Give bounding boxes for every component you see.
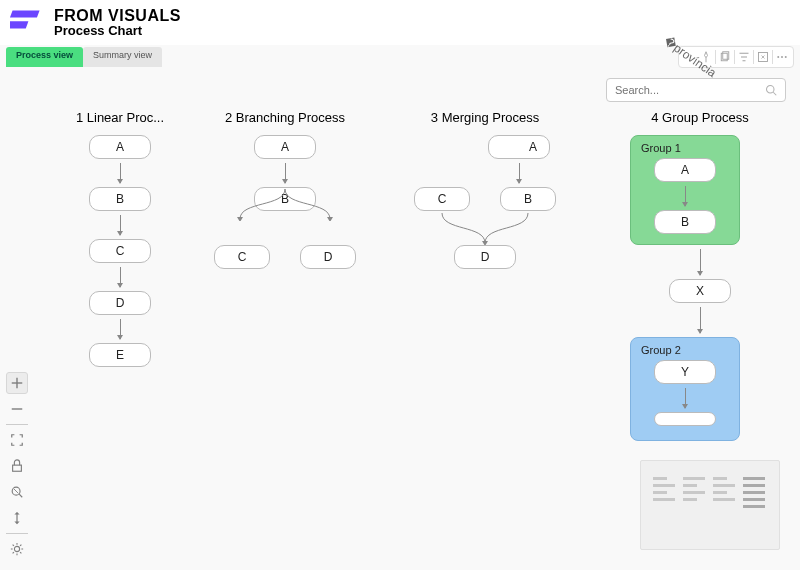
side-tool-palette: [6, 372, 28, 560]
node[interactable]: A: [89, 135, 151, 159]
group-label: Group 1: [641, 142, 729, 154]
zoom-in-tool[interactable]: [6, 372, 28, 394]
svg-point-6: [781, 56, 783, 58]
svg-point-23: [14, 546, 19, 551]
search-icon: [765, 84, 777, 96]
search-input[interactable]: [615, 84, 765, 96]
minimap-content: [641, 461, 779, 524]
node[interactable]: B: [500, 187, 556, 211]
tab-summary-view[interactable]: Summary view: [83, 47, 162, 67]
svg-line-9: [773, 92, 776, 95]
svg-point-7: [785, 56, 787, 58]
node[interactable]: D: [89, 291, 151, 315]
tab-process-view[interactable]: Process view: [6, 47, 83, 67]
node[interactable]: C: [89, 239, 151, 263]
arrow-down-icon: [700, 249, 701, 275]
node[interactable]: Y: [654, 360, 716, 384]
filter-icon[interactable]: [737, 50, 751, 64]
column-linear: 1 Linear Proc... A B C D E: [60, 110, 180, 367]
node[interactable]: A: [254, 135, 316, 159]
fit-height-tool[interactable]: [6, 507, 28, 529]
node[interactable]: [654, 412, 716, 426]
group-box-1[interactable]: Group 1 A B: [630, 135, 740, 245]
arrow-down-icon: [120, 319, 121, 339]
pin-icon[interactable]: �província: [680, 47, 699, 66]
page-title: Process Chart: [54, 23, 181, 38]
diagram-canvas[interactable]: 1 Linear Proc... A B C D E 2 Branching P…: [0, 110, 800, 570]
node[interactable]: A: [654, 158, 716, 182]
svg-rect-16: [13, 465, 22, 471]
svg-point-5: [777, 56, 779, 58]
arrow-down-icon: [519, 163, 520, 183]
reset-zoom-tool[interactable]: [6, 481, 28, 503]
node[interactable]: D: [454, 245, 516, 269]
copy-icon[interactable]: [718, 50, 732, 64]
svg-point-8: [767, 86, 775, 94]
node[interactable]: C: [414, 187, 470, 211]
more-icon[interactable]: [775, 50, 789, 64]
arrow-down-icon: [685, 186, 686, 206]
node[interactable]: B: [654, 210, 716, 234]
arrow-down-icon: [685, 388, 686, 408]
brand-logo-icon: [10, 5, 46, 41]
zoom-out-tool[interactable]: [6, 398, 28, 420]
svg-line-30: [13, 552, 14, 553]
arrow-down-icon: [120, 215, 121, 235]
arrow-down-icon: [700, 307, 701, 333]
svg-line-18: [19, 494, 22, 497]
svg-rect-1: [10, 21, 28, 28]
pin-icon[interactable]: [699, 50, 713, 64]
column-title: 4 Group Process: [630, 110, 770, 125]
expand-icon[interactable]: [756, 50, 770, 64]
fit-screen-tool[interactable]: [6, 429, 28, 451]
group-label: Group 2: [641, 344, 729, 356]
top-toolbar: �província: [678, 46, 794, 68]
svg-line-29: [20, 552, 21, 553]
column-merging: 3 Merging Process A C B D: [400, 110, 570, 269]
column-title: 1 Linear Proc...: [60, 110, 180, 125]
svg-line-19: [14, 489, 18, 493]
svg-rect-0: [10, 10, 40, 17]
column-group: 4 Group Process Group 1 A B X Group 2 Y: [630, 110, 770, 441]
node[interactable]: A: [488, 135, 550, 159]
node[interactable]: X: [669, 279, 731, 303]
svg-marker-22: [14, 522, 19, 525]
node[interactable]: D: [300, 245, 356, 269]
search-bar[interactable]: [606, 78, 786, 102]
minimap[interactable]: [640, 460, 780, 550]
column-branching: 2 Branching Process A B C D: [200, 110, 370, 269]
group-box-2[interactable]: Group 2 Y: [630, 337, 740, 441]
column-title: 2 Branching Process: [200, 110, 370, 125]
brightness-tool[interactable]: [6, 538, 28, 560]
column-title: 3 Merging Process: [400, 110, 570, 125]
node[interactable]: E: [89, 343, 151, 367]
app-header: FROM VISUALS Process Chart: [0, 0, 800, 45]
svg-marker-21: [14, 512, 19, 515]
node[interactable]: B: [254, 187, 316, 211]
node[interactable]: C: [214, 245, 270, 269]
arrow-down-icon: [285, 163, 286, 183]
arrow-down-icon: [120, 163, 121, 183]
node[interactable]: B: [89, 187, 151, 211]
arrow-down-icon: [120, 267, 121, 287]
svg-line-28: [13, 545, 14, 546]
svg-line-31: [20, 545, 21, 546]
lock-tool[interactable]: [6, 455, 28, 477]
